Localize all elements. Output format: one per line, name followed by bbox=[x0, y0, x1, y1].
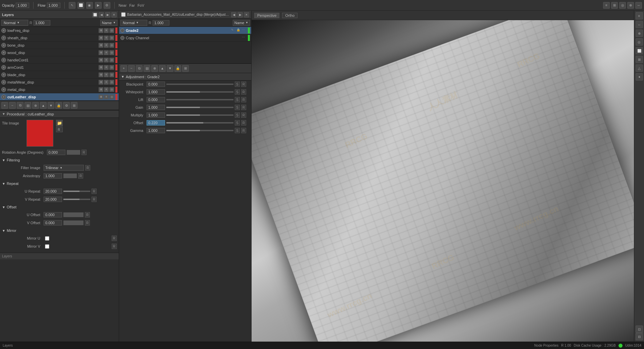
blackpoint-r[interactable]: R bbox=[241, 82, 246, 87]
rs-btn-5[interactable]: ⬜ bbox=[636, 47, 643, 54]
mid-delete-btn[interactable]: − bbox=[128, 65, 135, 72]
gain-r[interactable]: R bbox=[241, 105, 246, 110]
list-item[interactable]: ● blade_disp ⊞ ≡ ◎ bbox=[0, 71, 119, 79]
name-dropdown[interactable]: Name ▼ bbox=[100, 20, 117, 26]
layer-icon-s[interactable]: ◎ bbox=[109, 72, 114, 77]
mid-add-btn[interactable]: + bbox=[120, 65, 127, 72]
mid-header-btn1[interactable]: ◀ bbox=[231, 12, 236, 17]
view-btn-4[interactable]: ⊕ bbox=[627, 2, 634, 9]
rotation-slider[interactable] bbox=[67, 150, 80, 155]
tool-btn-4[interactable]: ▶ bbox=[95, 2, 102, 9]
blend-mode-dropdown[interactable]: Normal ▼ bbox=[1, 20, 28, 26]
section-toggle[interactable]: ▼ bbox=[2, 158, 5, 162]
tile-reset-btn[interactable]: R bbox=[56, 127, 63, 132]
tile-upload-btn[interactable]: 📁 bbox=[56, 120, 63, 127]
u-offset-value[interactable]: 0.000 bbox=[44, 212, 62, 217]
offset-slider[interactable] bbox=[166, 122, 233, 123]
rs-btn-1[interactable]: ≡ bbox=[636, 12, 643, 19]
opacity-value[interactable]: 1.000 bbox=[16, 3, 29, 8]
layer-icon-p[interactable]: ≡ bbox=[104, 80, 109, 85]
mid-group-btn[interactable]: ▤ bbox=[144, 65, 150, 72]
gain-slider[interactable] bbox=[166, 107, 233, 108]
list-item[interactable]: ● metal_disp ⊞ ≡ ◎ bbox=[0, 86, 119, 93]
view-btn-5[interactable]: ↔ bbox=[635, 2, 642, 9]
layer-icon-s[interactable]: ◎ bbox=[109, 58, 114, 62]
tile-image-preview[interactable] bbox=[26, 120, 53, 147]
v-repeat-slider[interactable] bbox=[63, 199, 90, 200]
offset-value[interactable]: 0.220 bbox=[147, 120, 165, 126]
visibility-icon[interactable]: ● bbox=[1, 50, 6, 55]
layer-icon-m[interactable]: ⊞ bbox=[99, 58, 103, 62]
rs-btn-7[interactable]: △ bbox=[636, 64, 643, 72]
layer-icon-s[interactable]: ◎ bbox=[109, 50, 114, 55]
tool-btn-5[interactable]: ⚙ bbox=[104, 2, 110, 9]
rs-btn-8[interactable]: ✦ bbox=[636, 73, 643, 81]
list-item[interactable]: ● metalWear_disp ⊞ ≡ ◎ bbox=[0, 79, 119, 86]
visibility-icon[interactable]: ● bbox=[1, 36, 6, 40]
visibility-icon[interactable]: ● bbox=[1, 28, 6, 33]
list-item[interactable]: Grade2 ✎ 🔒 ⋯ bbox=[119, 27, 251, 34]
section-toggle[interactable]: ▼ bbox=[2, 205, 5, 209]
merge-layer-btn[interactable]: ⊕ bbox=[32, 102, 39, 109]
mid-lock-btn[interactable]: 🔒 bbox=[174, 65, 181, 72]
grid-btn[interactable]: ⊞ bbox=[71, 102, 77, 109]
flow-value[interactable]: 1.000 bbox=[47, 3, 60, 8]
mid-dup-btn[interactable]: ⧉ bbox=[136, 65, 143, 72]
perspective-tab[interactable]: Perspective bbox=[254, 13, 279, 18]
mirror-v-checkbox[interactable] bbox=[45, 244, 49, 249]
mid-more-icon[interactable]: ⋯ bbox=[242, 28, 247, 33]
layer-icon-s[interactable]: ◎ bbox=[109, 87, 114, 92]
blackpoint-value[interactable]: 0.000 bbox=[147, 82, 165, 87]
layer-icon-s[interactable]: ◎ bbox=[109, 36, 114, 40]
layer-icon-p[interactable]: ≡ bbox=[104, 36, 109, 40]
add-layer-btn[interactable]: + bbox=[1, 102, 8, 109]
section-toggle[interactable]: ▼ bbox=[2, 112, 5, 116]
layers-header-btn4[interactable]: ✕ bbox=[111, 12, 117, 17]
lift-s[interactable]: S bbox=[235, 97, 240, 102]
layer-icon-m[interactable]: ⊞ bbox=[99, 95, 103, 99]
layer-icon-p[interactable]: ≡ bbox=[104, 28, 109, 33]
mid-edit-icon[interactable]: ✎ bbox=[231, 28, 236, 33]
view-btn-2[interactable]: ⊞ bbox=[611, 2, 618, 9]
u-offset-slider[interactable] bbox=[63, 212, 84, 217]
whitepoint-value[interactable]: 1.000 bbox=[147, 89, 165, 95]
layer-icon-p[interactable]: ≡ bbox=[104, 58, 109, 62]
layer-icon-s[interactable]: ◎ bbox=[109, 95, 114, 99]
layer-icon-p[interactable]: ≡ bbox=[104, 43, 109, 48]
move-down-btn[interactable]: ▼ bbox=[48, 102, 54, 109]
list-item[interactable]: ● sheath_disp ⊞ ≡ ◎ bbox=[0, 34, 119, 42]
layer-icon-p[interactable]: ≡ bbox=[104, 65, 109, 70]
visibility-icon[interactable]: ● bbox=[1, 80, 6, 85]
v-offset-reset[interactable]: R bbox=[85, 220, 90, 226]
tool-btn-1[interactable]: ↖ bbox=[69, 2, 75, 9]
blackpoint-s[interactable]: S bbox=[235, 82, 240, 87]
rotation-reset[interactable]: R bbox=[82, 150, 87, 155]
gain-s[interactable]: S bbox=[235, 105, 240, 110]
visibility-icon[interactable]: ● bbox=[1, 95, 6, 99]
gain-value[interactable]: 1.000 bbox=[147, 105, 165, 110]
layers-header-btn2[interactable]: ◀ bbox=[99, 12, 104, 17]
rs-btn-2[interactable]: ↔ bbox=[636, 21, 643, 28]
layer-icon-p[interactable]: ≡ bbox=[104, 72, 109, 77]
mid-lock-icon[interactable]: 🔒 bbox=[236, 28, 241, 33]
layer-icon-m[interactable]: ⊞ bbox=[99, 36, 103, 40]
lift-value[interactable]: 0.000 bbox=[147, 97, 165, 102]
offset-r[interactable]: R bbox=[241, 120, 246, 126]
offset-s[interactable]: S bbox=[235, 120, 240, 126]
visibility-icon[interactable]: ● bbox=[1, 65, 6, 70]
whitepoint-s[interactable]: S bbox=[235, 89, 240, 95]
mid-opacity-input[interactable]: 1.000 bbox=[153, 20, 169, 26]
mirror-u-reset[interactable]: R bbox=[112, 236, 117, 241]
settings-btn[interactable]: ⚙ bbox=[63, 102, 70, 109]
gamma-s[interactable]: S bbox=[235, 128, 240, 133]
view-btn-3[interactable]: ◎ bbox=[619, 2, 626, 9]
layer-icon-m[interactable]: ⊞ bbox=[99, 65, 103, 70]
anisotropy-reset[interactable]: R bbox=[78, 173, 83, 179]
layer-icon-m[interactable]: ⊞ bbox=[99, 28, 103, 33]
move-up-btn[interactable]: ▲ bbox=[40, 102, 47, 109]
whitepoint-slider[interactable] bbox=[166, 91, 233, 93]
layer-icon-m[interactable]: ⊞ bbox=[99, 72, 103, 77]
layer-icon-s[interactable]: ◎ bbox=[109, 80, 114, 85]
mid-vis-icon[interactable] bbox=[120, 29, 124, 33]
visibility-icon[interactable]: ● bbox=[1, 43, 6, 48]
